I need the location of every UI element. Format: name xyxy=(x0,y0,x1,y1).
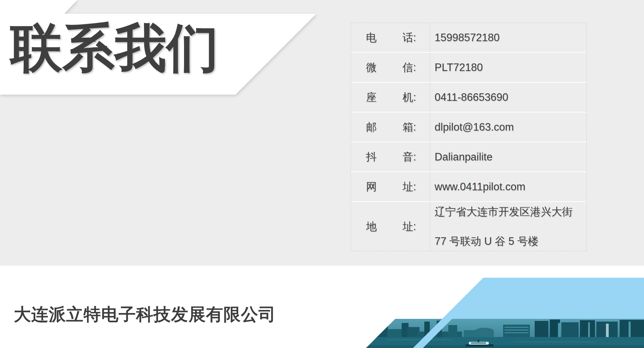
contact-table: 电话:15998572180微信:PLT72180座机:0411-8665369… xyxy=(351,23,587,251)
row-value: www.0411pilot.com xyxy=(430,172,586,201)
row-label: 网址: xyxy=(351,172,430,201)
value-line: Dalianpailite xyxy=(435,151,584,163)
table-row: 地址:辽宁省大连市开发区港兴大街77 号联动 U 谷 5 号楼 xyxy=(351,201,586,251)
row-value: Dalianpailite xyxy=(430,142,586,171)
row-label: 座机: xyxy=(351,83,430,112)
company-name: 大连派立特电子科技发展有限公司 xyxy=(14,303,276,326)
row-value: PLT72180 xyxy=(430,53,586,82)
label-char-colon: 址: xyxy=(402,219,416,234)
value-line: PLT72180 xyxy=(435,61,584,74)
value-line: dlpilot@163.com xyxy=(435,121,584,133)
table-row: 座机:0411-86653690 xyxy=(351,82,586,112)
label-char-colon: 箱: xyxy=(402,120,416,134)
table-row: 抖音:Dalianpailite xyxy=(351,142,586,171)
label-char-colon: 机: xyxy=(402,90,416,105)
value-line: 77 号联动 U 谷 5 号楼 xyxy=(435,235,584,248)
label-char: 网 xyxy=(366,180,377,194)
table-row: 电话:15998572180 xyxy=(351,23,586,52)
row-value: 0411-86653690 xyxy=(430,83,586,112)
table-row: 网址:www.0411pilot.com xyxy=(351,171,586,201)
label-char: 邮 xyxy=(366,120,377,134)
blue-parallelogram-accent xyxy=(442,278,644,319)
contact-slide: 联系我们 电话:15998572180微信:PLT72180座机:0411-86… xyxy=(0,0,644,348)
table-row: 邮箱:dlpilot@163.com xyxy=(351,112,586,142)
row-value: 辽宁省大连市开发区港兴大街77 号联动 U 谷 5 号楼 xyxy=(430,202,586,251)
row-label: 地址: xyxy=(351,202,430,251)
label-char: 地 xyxy=(366,219,377,234)
city-skyline-image xyxy=(366,319,644,348)
row-label: 微信: xyxy=(351,53,430,82)
page-title: 联系我们 xyxy=(10,19,319,76)
row-label: 电话: xyxy=(351,23,430,52)
label-char: 座 xyxy=(366,90,377,105)
value-line: 15998572180 xyxy=(435,32,584,44)
label-char-colon: 信: xyxy=(402,60,416,75)
row-value: dlpilot@163.com xyxy=(430,112,586,142)
row-label: 抖音: xyxy=(351,142,430,171)
table-row: 微信:PLT72180 xyxy=(351,52,586,82)
value-line: www.0411pilot.com xyxy=(435,181,584,193)
label-char: 抖 xyxy=(366,150,377,164)
row-value: 15998572180 xyxy=(430,23,586,52)
label-char-colon: 音: xyxy=(402,150,416,164)
value-line: 辽宁省大连市开发区港兴大街 xyxy=(435,206,584,218)
row-label: 邮箱: xyxy=(351,112,430,142)
value-line: 0411-86653690 xyxy=(435,91,584,104)
label-char-colon: 址: xyxy=(402,180,416,194)
label-char: 电 xyxy=(366,31,377,45)
label-char-colon: 话: xyxy=(402,31,416,45)
label-char: 微 xyxy=(366,60,377,75)
